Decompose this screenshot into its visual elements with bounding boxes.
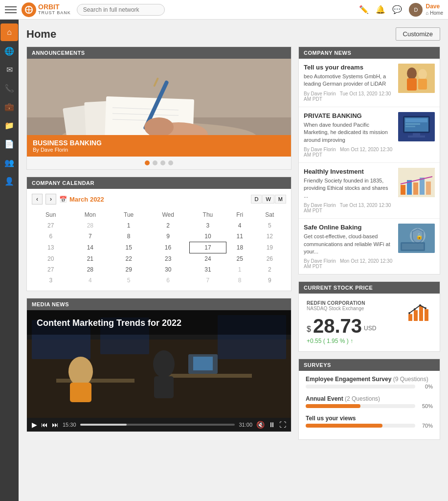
fullscreen-icon[interactable]: ⛶ <box>279 421 286 429</box>
cal-day[interactable]: 27 <box>32 264 70 275</box>
cal-day[interactable]: 10 <box>189 231 226 242</box>
user-avatar[interactable]: D Dave ⌂ Home <box>409 3 443 17</box>
dot-3[interactable] <box>160 160 165 165</box>
svg-rect-33 <box>407 78 417 91</box>
cal-day[interactable]: 22 <box>111 253 147 265</box>
cal-day[interactable]: 27 <box>32 220 70 231</box>
cal-day[interactable]: 11 <box>226 231 253 242</box>
sidebar-item-folder[interactable]: 📁 <box>0 116 18 134</box>
cal-day[interactable]: 7 <box>189 275 226 286</box>
customize-button[interactable]: Customize <box>396 27 440 41</box>
stock-currency: USD <box>364 325 376 332</box>
cal-day[interactable]: 20 <box>32 253 70 265</box>
news-item[interactable]: Tell us your dreams beo Automotive Syste… <box>299 59 440 107</box>
cal-day[interactable]: 15 <box>111 242 147 253</box>
cal-day[interactable]: 24 <box>189 253 226 265</box>
survey-name: Employee Engagement Survey (9 Questions) <box>306 376 433 383</box>
cal-day[interactable]: 6 <box>147 275 189 286</box>
cal-day-view[interactable]: D <box>251 195 262 204</box>
cal-day[interactable]: 28 <box>70 220 111 231</box>
sidebar-item-globe[interactable]: 🌐 <box>0 42 18 60</box>
cal-prev-button[interactable]: ‹ <box>32 194 43 205</box>
cal-day[interactable]: 21 <box>70 253 111 265</box>
cal-day[interactable]: 31 <box>189 264 226 275</box>
sidebar-item-email[interactable]: ✉ <box>0 61 18 78</box>
main-content: Home Customize ANNOUNCEMENTS <box>19 20 448 448</box>
cal-day[interactable]: 3 <box>32 275 70 286</box>
survey-bar-fill <box>306 424 382 428</box>
stock-price: 28.73 <box>313 316 362 336</box>
sidebar-item-file[interactable]: 📄 <box>0 135 18 153</box>
surveys-header: SURVEYS <box>299 359 440 371</box>
pause-bars-icon[interactable]: ⏸ <box>269 421 275 429</box>
cal-day[interactable]: 28 <box>70 264 111 275</box>
sidebar-item-people[interactable]: 👥 <box>0 154 18 171</box>
prev-button[interactable]: ⏮ <box>41 421 48 429</box>
svg-rect-57 <box>414 310 418 321</box>
cal-day[interactable]: 30 <box>147 264 189 275</box>
cal-day[interactable]: 17 <box>189 242 226 253</box>
news-item[interactable]: Safe Online Baking Get cost-effective, c… <box>299 219 440 274</box>
svg-point-62 <box>419 304 421 306</box>
app-logo: ORBIT TRUST BANK <box>22 2 71 17</box>
cal-day[interactable]: 5 <box>253 220 286 231</box>
chat-icon[interactable]: 💬 <box>392 5 402 14</box>
cal-week-view[interactable]: W <box>262 195 274 204</box>
cal-day[interactable]: 25 <box>226 253 253 265</box>
edit-icon[interactable]: ✏️ <box>359 5 369 14</box>
hamburger-menu[interactable] <box>5 6 17 13</box>
left-column: ANNOUNCEMENTS <box>26 46 291 440</box>
cal-day[interactable]: 5 <box>111 275 147 286</box>
cal-day[interactable]: 4 <box>70 275 111 286</box>
dot-4[interactable] <box>168 160 173 165</box>
news-item[interactable]: Healthly Investment Friendly Society fou… <box>299 163 440 219</box>
play-button[interactable]: ▶ <box>32 421 37 429</box>
sidebar-item-briefcase[interactable]: 💼 <box>0 98 18 115</box>
survey-item: Annual Event (2 Questions) 50% <box>306 395 433 409</box>
cal-day[interactable]: 19 <box>253 242 286 253</box>
next-button[interactable]: ⏭ <box>52 421 59 429</box>
calendar-nav: ‹ › 📅 March 2022 D W M <box>32 194 286 205</box>
dot-1[interactable] <box>145 160 150 165</box>
cal-day[interactable]: 26 <box>253 253 286 265</box>
cal-month-view[interactable]: M <box>275 195 286 204</box>
video-progress[interactable] <box>80 424 235 426</box>
cal-day[interactable]: 1 <box>226 264 253 275</box>
cal-day[interactable]: 2 <box>147 220 189 231</box>
cal-day[interactable]: 2 <box>253 264 286 275</box>
cal-day[interactable]: 23 <box>147 253 189 265</box>
media-video-wrapper: Content Marketing Trends for 2022 ▶ ⏮ ⏭ … <box>27 310 291 432</box>
cal-day[interactable]: 18 <box>226 242 253 253</box>
cal-day[interactable]: 9 <box>253 275 286 286</box>
sidebar-item-home[interactable]: ⌂ <box>0 23 18 41</box>
cal-day[interactable]: 14 <box>70 242 111 253</box>
stock-section: CURRENT STOCK PRICE REDFIN CORPORATION N… <box>298 281 440 352</box>
dot-2[interactable] <box>153 160 157 165</box>
cal-day[interactable]: 4 <box>226 220 253 231</box>
user-name: Dave <box>426 3 443 10</box>
svg-text:🔒: 🔒 <box>416 232 423 240</box>
svg-point-61 <box>414 308 416 310</box>
cal-day[interactable]: 8 <box>226 275 253 286</box>
news-item[interactable]: PRIVATE BANKING When dave founded Pacifi… <box>299 107 440 163</box>
cal-day[interactable]: 3 <box>189 220 226 231</box>
video-right-controls: 🔇 ⏸ ⛶ <box>256 421 286 429</box>
caption-author: By Dave Florin <box>33 147 285 153</box>
cal-day[interactable]: 1 <box>111 220 147 231</box>
search-bar[interactable] <box>77 4 165 16</box>
cal-next-button[interactable]: › <box>45 194 56 205</box>
content-grid: ANNOUNCEMENTS <box>26 46 440 440</box>
cal-day[interactable]: 12 <box>253 231 286 242</box>
cal-day[interactable]: 9 <box>147 231 189 242</box>
cal-day[interactable]: 6 <box>32 231 70 242</box>
bell-icon[interactable]: 🔔 <box>376 5 385 14</box>
volume-icon[interactable]: 🔇 <box>256 421 265 429</box>
cal-day[interactable]: 7 <box>70 231 111 242</box>
cal-day[interactable]: 8 <box>111 231 147 242</box>
cal-day[interactable]: 13 <box>32 242 70 253</box>
sidebar-item-phone[interactable]: 📞 <box>0 79 18 97</box>
sidebar-item-person[interactable]: 👤 <box>0 172 18 190</box>
cal-day[interactable]: 16 <box>147 242 189 253</box>
cal-day[interactable]: 29 <box>111 264 147 275</box>
search-input[interactable] <box>77 4 165 16</box>
